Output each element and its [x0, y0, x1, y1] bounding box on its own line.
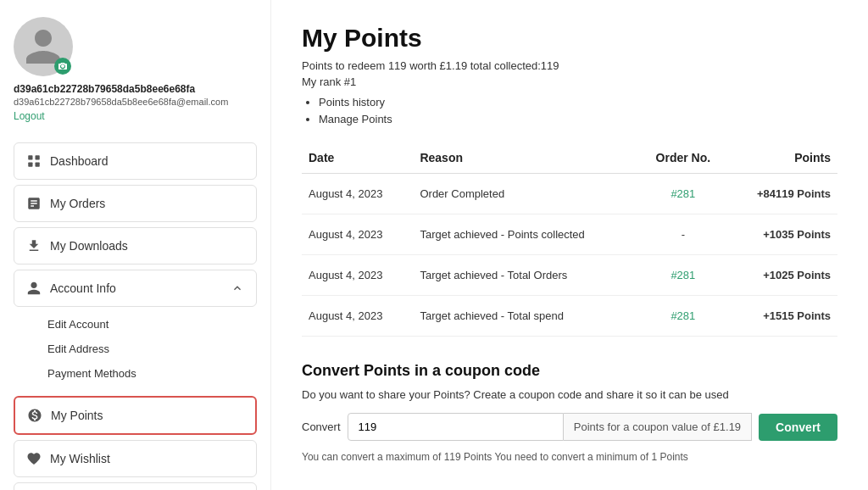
table-row: August 4, 2023 Target achieved - Points … — [302, 214, 837, 255]
points-summary: Points to redeem 119 worth £1.19 total c… — [302, 59, 837, 72]
account-icon — [26, 281, 42, 296]
row4-reason: Target achieved - Total spend — [413, 296, 639, 337]
row3-reason: Target achieved - Total Orders — [413, 255, 639, 296]
row2-order: - — [640, 214, 726, 255]
col-points: Points — [726, 142, 837, 174]
sidebar-item-dashboard[interactable]: Dashboard — [14, 142, 257, 180]
col-order: Order No. — [640, 142, 726, 174]
manage-points-link[interactable]: Manage Points — [319, 113, 392, 125]
row4-date: August 4, 2023 — [302, 296, 413, 337]
svg-rect-2 — [28, 163, 32, 167]
row1-reason: Order Completed — [413, 174, 639, 214]
camera-icon — [58, 61, 68, 71]
row2-date: August 4, 2023 — [302, 214, 413, 255]
orders-icon — [26, 196, 42, 211]
row4-order-link[interactable]: #281 — [670, 309, 695, 322]
table-row: August 4, 2023 Target achieved - Total s… — [302, 296, 837, 337]
col-reason: Reason — [413, 142, 639, 174]
sidebar-item-downloads[interactable]: My Downloads — [14, 227, 257, 264]
table-row: August 4, 2023 Order Completed #281 +841… — [302, 174, 837, 214]
row1-order-link[interactable]: #281 — [670, 187, 695, 200]
row1-points: +84119 Points — [726, 174, 837, 214]
user-profile-section: d39a61cb22728b79658da5b8ee6e68fa d39a61c… — [14, 17, 257, 132]
points-history-link[interactable]: Points history — [319, 96, 385, 109]
row4-order: #281 — [640, 296, 726, 337]
sidebar-item-dashboard-label: Dashboard — [50, 154, 108, 168]
convert-title: Convert Points in a coupon code — [302, 362, 837, 380]
avatar-wrapper — [14, 17, 73, 76]
sidebar-item-orders-label: My Orders — [50, 197, 105, 210]
sidebar-item-memberships[interactable]: Memberships — [14, 482, 257, 490]
svg-rect-1 — [36, 155, 40, 159]
svg-rect-3 — [36, 163, 40, 167]
logout-link[interactable]: Logout — [14, 110, 45, 122]
user-email: d39a61cb22728b79658da5b8ee6e68fa@email.c… — [14, 97, 228, 107]
row2-points: +1035 Points — [726, 214, 837, 255]
row3-order-link[interactable]: #281 — [670, 269, 695, 281]
points-links: Points history Manage Points — [302, 95, 837, 125]
sidebar-item-account-info-section: Account Info Edit Account Edit Address P… — [14, 270, 257, 391]
sidebar: d39a61cb22728b79658da5b8ee6e68fa d39a61c… — [0, 0, 271, 490]
row1-order: #281 — [640, 174, 726, 214]
table-body: August 4, 2023 Order Completed #281 +841… — [302, 174, 837, 337]
page-title: My Points — [302, 24, 837, 53]
convert-button[interactable]: Convert — [759, 414, 837, 441]
row3-order: #281 — [640, 255, 726, 296]
wishlist-icon — [26, 451, 42, 466]
table-row: August 4, 2023 Target achieved - Total O… — [302, 255, 837, 296]
submenu-payment-methods[interactable]: Payment Methods — [47, 361, 245, 386]
sidebar-item-wishlist-label: My Wishlist — [50, 452, 110, 465]
chevron-up-icon — [231, 281, 244, 295]
sidebar-item-account-info-label: Account Info — [50, 281, 116, 295]
points-table: Date Reason Order No. Points August 4, 2… — [302, 142, 837, 337]
downloads-icon — [26, 238, 42, 253]
row1-date: August 4, 2023 — [302, 174, 413, 214]
sidebar-item-downloads-label: My Downloads — [50, 239, 128, 253]
main-content: My Points Points to redeem 119 worth £1.… — [271, 0, 868, 490]
convert-note: You can convert a maximum of 119 Points … — [302, 451, 837, 463]
submenu-edit-account[interactable]: Edit Account — [47, 312, 245, 337]
sidebar-item-my-points-label: My Points — [51, 409, 103, 422]
sidebar-item-orders[interactable]: My Orders — [14, 185, 257, 222]
sidebar-item-my-points[interactable]: My Points — [14, 396, 257, 435]
points-icon — [27, 408, 42, 423]
row2-reason: Target achieved - Points collected — [413, 214, 639, 255]
convert-label: Convert — [302, 420, 341, 433]
sidebar-item-account-info[interactable]: Account Info — [14, 270, 257, 307]
convert-suffix: Points for a coupon value of £1.19 — [564, 413, 752, 441]
convert-section: Convert Points in a coupon code Do you w… — [302, 362, 837, 463]
submenu-edit-address[interactable]: Edit Address — [47, 337, 245, 361]
row4-points: +1515 Points — [726, 296, 837, 337]
account-info-submenu: Edit Account Edit Address Payment Method… — [14, 307, 257, 391]
camera-badge[interactable] — [54, 58, 71, 75]
row3-date: August 4, 2023 — [302, 255, 413, 296]
convert-row: Convert Points for a coupon value of £1.… — [302, 413, 837, 441]
row3-points: +1025 Points — [726, 255, 837, 296]
rank-info: My rank #1 — [302, 75, 837, 88]
table-header: Date Reason Order No. Points — [302, 142, 837, 174]
col-date: Date — [302, 142, 413, 174]
sidebar-item-wishlist[interactable]: My Wishlist — [14, 440, 257, 477]
convert-description: Do you want to share your Points? Create… — [302, 388, 837, 401]
svg-rect-0 — [28, 155, 32, 159]
manage-points-link-item: Manage Points — [319, 112, 837, 125]
convert-input[interactable] — [348, 413, 564, 441]
points-history-link-item: Points history — [319, 95, 837, 109]
user-id: d39a61cb22728b79658da5b8ee6e68fa — [14, 83, 195, 95]
dashboard-icon — [26, 153, 42, 169]
